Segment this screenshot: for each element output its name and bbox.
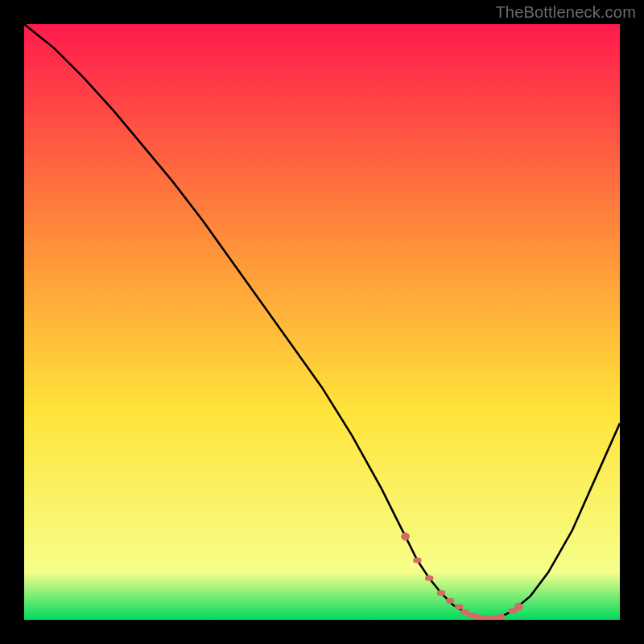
highlight-dot: [437, 590, 445, 596]
highlight-dot: [455, 604, 463, 609]
highlight-dot: [497, 614, 505, 620]
bottleneck-chart: [24, 24, 620, 620]
gradient-bg: [24, 24, 620, 620]
highlight-dot: [425, 576, 433, 581]
highlight-dot: [413, 558, 421, 564]
highlight-dot: [446, 598, 454, 604]
highlight-endpoint: [401, 532, 409, 540]
watermark-text: TheBottleneck.com: [495, 3, 636, 22]
chart-frame: TheBottleneck.com: [0, 0, 644, 644]
highlight-endpoint: [514, 603, 522, 611]
